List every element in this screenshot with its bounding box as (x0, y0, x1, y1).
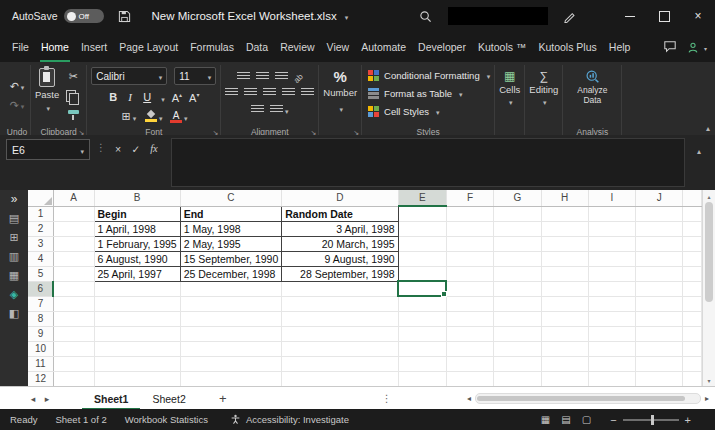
cell-F7[interactable] (446, 296, 493, 311)
cell-H5[interactable] (541, 266, 588, 281)
cell-A11[interactable] (53, 356, 94, 371)
cell-D8[interactable] (282, 311, 398, 326)
font-size-select[interactable]: 11 (174, 67, 216, 85)
fill-color-button[interactable] (145, 109, 163, 124)
kutools-pane-icon-6[interactable]: ◧ (9, 308, 19, 319)
menu-tab-developer[interactable]: Developer (412, 32, 472, 62)
cell-D9[interactable] (282, 326, 398, 341)
confirm-entry-button[interactable]: ✓ (127, 139, 145, 158)
next-sheet-icon[interactable]: ▸ (40, 394, 54, 404)
cell-J3[interactable] (636, 236, 683, 251)
align-left-button[interactable] (225, 88, 238, 97)
percent-style-icon[interactable]: % (334, 68, 347, 85)
cell-B12[interactable] (94, 371, 180, 386)
maximize-button[interactable] (647, 0, 681, 32)
cell-E9[interactable] (398, 326, 446, 341)
cell-A7[interactable] (53, 296, 94, 311)
new-sheet-button[interactable]: + (214, 391, 232, 406)
number-format-button[interactable]: Number (323, 87, 357, 98)
horizontal-scroll-track[interactable] (475, 393, 701, 404)
copy-button[interactable] (64, 88, 82, 103)
scroll-down-icon[interactable]: ▾ (707, 375, 710, 385)
cell-E11[interactable] (398, 356, 446, 371)
sheet-info[interactable]: Sheet 1 of 2 (55, 414, 106, 425)
formula-input[interactable] (171, 138, 685, 187)
cell-I11[interactable] (588, 356, 635, 371)
accessibility-status[interactable]: Accessibility: Investigate (230, 414, 349, 425)
cell-C4[interactable]: 15 September, 1990 (180, 251, 282, 266)
menu-tab-automate[interactable]: Automate (355, 32, 412, 62)
underline-button[interactable]: U (142, 91, 152, 103)
select-all-corner[interactable] (28, 190, 53, 206)
cell-I5[interactable] (588, 266, 635, 281)
cell-E3[interactable] (398, 236, 446, 251)
cell-B3[interactable]: 1 February, 1995 (94, 236, 180, 251)
row-header-9[interactable]: 9 (28, 326, 53, 341)
cell-E4[interactable] (398, 251, 446, 266)
cell-G8[interactable] (494, 311, 541, 326)
orientation-button[interactable]: ab (294, 67, 303, 85)
cell-E10[interactable] (398, 341, 446, 356)
tab-bar-options-icon[interactable]: ⋮ (382, 393, 392, 404)
close-button[interactable]: × (681, 0, 715, 32)
cell-J10[interactable] (636, 341, 683, 356)
cell-D2[interactable]: 3 April, 1998 (282, 221, 398, 236)
cell-D12[interactable] (282, 371, 398, 386)
page-layout-view-button[interactable]: ▤ (561, 414, 570, 425)
vertical-scroll-thumb[interactable] (705, 202, 713, 302)
cell-E1[interactable] (398, 206, 446, 221)
column-header-C[interactable]: C (180, 190, 282, 206)
cell-H2[interactable] (541, 221, 588, 236)
row-header-10[interactable]: 10 (28, 341, 53, 356)
name-box[interactable]: E6 (6, 139, 90, 160)
vertical-scroll-track[interactable] (703, 201, 715, 375)
cell-F8[interactable] (446, 311, 493, 326)
menu-tab-help[interactable]: Help (603, 32, 637, 62)
column-header-D[interactable]: D (282, 190, 398, 206)
conditional-formatting-button[interactable]: Conditional Formatting (366, 66, 490, 84)
search-button[interactable] (412, 3, 438, 29)
menu-tab-home[interactable]: Home (35, 32, 75, 62)
cell-J9[interactable] (636, 326, 683, 341)
cell-I4[interactable] (588, 251, 635, 266)
cut-button[interactable]: ✂ (64, 69, 82, 84)
save-button[interactable] (112, 3, 138, 29)
menu-tab-kutools[interactable]: Kutools ™ (472, 32, 532, 62)
menu-tab-page-layout[interactable]: Page Layout (113, 32, 184, 62)
analyze-data-button[interactable]: Analyze Data (567, 66, 617, 106)
cell-C1[interactable]: End (180, 206, 282, 221)
cell-B6[interactable] (94, 281, 180, 296)
cell-J2[interactable] (636, 221, 683, 236)
zoom-slider-thumb[interactable] (651, 415, 654, 425)
menu-tab-formulas[interactable]: Formulas (184, 32, 240, 62)
cell-styles-button[interactable]: Cell Styles (366, 102, 439, 120)
cell-B10[interactable] (94, 341, 180, 356)
row-header-8[interactable]: 8 (28, 311, 53, 326)
column-header-J[interactable]: J (636, 190, 683, 206)
font-color-button[interactable]: A (170, 109, 188, 124)
font-family-select[interactable]: Calibri (91, 67, 167, 85)
cell-H7[interactable] (541, 296, 588, 311)
cell-H3[interactable] (541, 236, 588, 251)
row-header-2[interactable]: 2 (28, 221, 53, 236)
paste-button[interactable]: Paste (35, 66, 59, 125)
cell-H12[interactable] (541, 371, 588, 386)
menu-tab-file[interactable]: File (6, 32, 35, 62)
cell-C5[interactable]: 25 December, 1998 (180, 266, 282, 281)
cell-C9[interactable] (180, 326, 282, 341)
bold-button[interactable]: B (108, 91, 118, 103)
sheet-tab-sheet2[interactable]: Sheet2 (140, 387, 197, 410)
zoom-in-button[interactable]: + (685, 414, 691, 426)
cell-A4[interactable] (53, 251, 94, 266)
cell-H4[interactable] (541, 251, 588, 266)
scroll-up-icon[interactable]: ▴ (707, 191, 710, 201)
minimize-button[interactable] (613, 0, 647, 32)
cell-I9[interactable] (588, 326, 635, 341)
cell-E5[interactable] (398, 266, 446, 281)
cell-E8[interactable] (398, 311, 446, 326)
kutools-pane-icon-5[interactable]: ◈ (10, 289, 18, 300)
cell-C3[interactable]: 2 May, 1995 (180, 236, 282, 251)
horizontal-scrollbar[interactable]: ◂ ▸ (467, 393, 709, 404)
cell-A3[interactable] (53, 236, 94, 251)
cell-J11[interactable] (636, 356, 683, 371)
